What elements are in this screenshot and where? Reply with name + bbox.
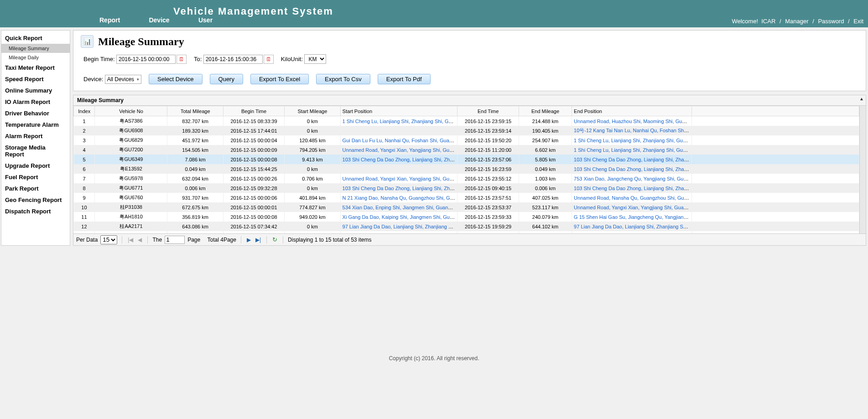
- position-link[interactable]: 10号-12 Kang Tai Nan Lu, Nanhai Qu, Fosha…: [574, 128, 691, 133]
- per-data-label: Per Data: [76, 237, 98, 243]
- column-header[interactable]: End Position: [572, 106, 692, 116]
- table-row[interactable]: 7粤GU5978632.094 km2016-12-15 00:00:260.7…: [74, 174, 859, 183]
- sidebar-item[interactable]: Driver Behavior: [1, 108, 70, 119]
- refresh-icon[interactable]: ↻: [271, 236, 278, 243]
- begin-time-input[interactable]: [116, 55, 176, 64]
- column-header[interactable]: Start Position: [340, 106, 457, 116]
- the-label: The: [152, 237, 162, 243]
- column-header[interactable]: End Mileage: [519, 106, 572, 116]
- position-link[interactable]: 103 Shi Cheng Da Dao Zhong, Lianjiang Sh…: [574, 166, 691, 172]
- pager: Per Data 15 |◀ ◀ The Page Total 4Page ▶ …: [73, 233, 866, 245]
- sidebar-item[interactable]: Geo Fencing Report: [1, 194, 70, 206]
- column-header[interactable]: Index: [74, 106, 95, 116]
- position-link[interactable]: 97 Lian Jiang Da Dao, Lianjiang Shi, Zha…: [343, 224, 457, 229]
- grid-title: Mileage Summary ▲: [73, 95, 866, 106]
- report-icon: 📊: [81, 35, 94, 48]
- table-row[interactable]: 1粤AS7386832.707 km2016-12-15 08:33:390 k…: [74, 116, 859, 126]
- position-link[interactable]: 1 Shi Cheng Lu, Lianjiang Shi, Zhanjiang…: [343, 119, 457, 124]
- position-link[interactable]: Unnamed Road, Yangxi Xian, Yangjiang Shi…: [574, 205, 691, 210]
- position-link[interactable]: 97 Lian Jiang Da Dao, Lianjiang Shi, Zha…: [574, 224, 691, 229]
- last-page-icon[interactable]: ▶|: [255, 237, 262, 243]
- filter-panel: 📊 Mileage Summary Begin Time: 🗓 To: 🗓 Ki…: [73, 30, 866, 91]
- position-link[interactable]: 753 Xian Dao, Jiangcheng Qu, Yangjiang S…: [574, 176, 691, 181]
- calendar-icon[interactable]: 🗓: [177, 55, 187, 64]
- first-page-icon[interactable]: |◀: [127, 237, 134, 243]
- next-page-icon[interactable]: ▶: [246, 237, 252, 243]
- position-link[interactable]: 103 Shi Cheng Da Dao Zhong, Lianjiang Sh…: [574, 186, 691, 191]
- position-link[interactable]: Unnamed Road, Yangxi Xian, Yangjiang Shi…: [343, 176, 457, 181]
- table-row[interactable]: 2粤GU6908189.320 km2016-12-15 17:44:010 k…: [74, 126, 859, 135]
- manager-link[interactable]: Manager: [785, 18, 808, 25]
- scrollbar[interactable]: [859, 106, 866, 233]
- to-time-input[interactable]: [203, 55, 263, 64]
- main-area: 📊 Mileage Summary Begin Time: 🗓 To: 🗓 Ki…: [73, 30, 866, 246]
- page-title: Mileage Summary: [98, 36, 184, 48]
- table-row[interactable]: 12桂AA2171643.086 km2016-12-15 07:34:420 …: [74, 222, 859, 231]
- app-title: Vehicle Management System: [173, 5, 333, 17]
- sidebar-subitem[interactable]: Mileage Daily: [1, 53, 70, 62]
- exit-link[interactable]: Exit: [853, 18, 863, 25]
- column-header[interactable]: Vehicle No: [95, 106, 167, 116]
- export-csv-button[interactable]: Export To Csv: [316, 74, 370, 84]
- export-pdf-button[interactable]: Export To Pdf: [378, 74, 431, 84]
- position-link[interactable]: Xi Gang Da Dao, Kaiping Shi, Jiangmen Sh…: [343, 214, 457, 220]
- position-link[interactable]: G 15 Shen Hai Gao Su, Jiangcheng Qu, Yan…: [574, 214, 691, 220]
- table-row[interactable]: 6粤E135920.049 km2016-12-15 15:44:250 km2…: [74, 164, 859, 174]
- password-link[interactable]: Password: [818, 18, 844, 25]
- calendar-icon[interactable]: 🗓: [264, 55, 274, 64]
- prev-page-icon[interactable]: ◀: [137, 237, 143, 243]
- position-link[interactable]: 1 Shi Cheng Lu, Lianjiang Shi, Zhanjiang…: [574, 147, 691, 153]
- position-link[interactable]: 103 Shi Cheng Da Dao Zhong, Lianjiang Sh…: [343, 186, 457, 191]
- column-header[interactable]: Start Mileage: [285, 106, 340, 116]
- column-header[interactable]: Begin Time: [223, 106, 285, 116]
- begin-time-label: Begin Time:: [83, 56, 115, 62]
- sidebar-item[interactable]: Speed Report: [1, 73, 70, 85]
- export-excel-button[interactable]: Export To Excel: [250, 74, 309, 84]
- user-link[interactable]: ICAR: [761, 18, 775, 25]
- nav-device[interactable]: Device: [149, 16, 169, 24]
- sidebar-item[interactable]: IO Alarm Report: [1, 96, 70, 108]
- position-link[interactable]: 47号 87 Lian Jiang Da Dao, Lianjiang Shi,…: [574, 233, 691, 233]
- position-link[interactable]: 103 Shi Cheng Da Dao Zhong, Lianjiang Sh…: [343, 157, 457, 162]
- sidebar-subitem[interactable]: Mileage Summary: [1, 44, 70, 53]
- table-row[interactable]: 4粤GU7200154.505 km2016-12-15 00:00:09794…: [74, 145, 859, 155]
- nav-user[interactable]: User: [198, 16, 213, 24]
- select-device-button[interactable]: Select Device: [149, 74, 202, 84]
- sidebar-item[interactable]: Temperature Alarm: [1, 119, 70, 130]
- position-link[interactable]: Unnamed Road, Yangxi Xian, Yangjiang Shi…: [343, 147, 457, 153]
- table-row[interactable]: 3粤GU6829451.972 km2016-12-15 00:00:04120…: [74, 135, 859, 145]
- sidebar-item[interactable]: Storage Media Report: [1, 142, 70, 160]
- column-header[interactable]: End Time: [457, 106, 519, 116]
- unit-select[interactable]: KM: [304, 54, 326, 64]
- position-link[interactable]: Unnamed Road, Huazhou Shi, Maoming Shi, …: [574, 119, 691, 124]
- sidebar-item[interactable]: Taxi Meter Report: [1, 62, 70, 73]
- unit-label: KiloUnit:: [281, 56, 303, 62]
- sidebar-item[interactable]: Quick Report: [1, 32, 70, 44]
- collapse-arrow-icon[interactable]: ▲: [859, 96, 864, 101]
- column-header[interactable]: Total Mileage: [167, 106, 223, 116]
- sidebar-item[interactable]: Upgrade Report: [1, 160, 70, 171]
- query-button[interactable]: Query: [210, 74, 243, 84]
- table-row[interactable]: 9粤GU6760931.707 km2016-12-15 00:00:06401…: [74, 193, 859, 202]
- position-link[interactable]: Unnamed Road, Nansha Qu, Guangzhou Shi, …: [574, 195, 691, 201]
- position-link[interactable]: Gui Dan Lu Fu Lu, Nanhai Qu, Foshan Shi,…: [343, 138, 457, 143]
- device-select[interactable]: All Devices ▾: [105, 75, 141, 84]
- to-label: To:: [194, 56, 202, 62]
- sidebar-item[interactable]: Fuel Report: [1, 171, 70, 183]
- table-row[interactable]: 8粤GU67710.006 km2016-12-15 09:32:280 km1…: [74, 183, 859, 193]
- sidebar-item[interactable]: Alarm Report: [1, 130, 70, 142]
- table-row[interactable]: 11粤AH1810356.819 km2016-12-15 00:00:0894…: [74, 212, 859, 222]
- page-input[interactable]: [165, 236, 185, 244]
- table-row[interactable]: 10桂P31038672.675 km2016-12-15 00:00:0177…: [74, 202, 859, 212]
- nav-report[interactable]: Report: [99, 16, 120, 24]
- table-row[interactable]: 5粤GU63497.086 km2016-12-15 00:00:089.413…: [74, 155, 859, 164]
- position-link[interactable]: N 21 Xiang Dao, Nansha Qu, Guangzhou Shi…: [343, 195, 457, 201]
- per-page-select[interactable]: 15: [100, 235, 117, 244]
- sidebar-item[interactable]: Park Report: [1, 183, 70, 194]
- table-row[interactable]: 13粤GU4943603.720 km2016-12-15 07:02:170 …: [74, 231, 859, 233]
- sidebar-item[interactable]: Dispatch Report: [1, 206, 70, 217]
- position-link[interactable]: 534 Xian Dao, Enping Shi, Jiangmen Shi, …: [343, 205, 457, 210]
- sidebar-item[interactable]: Online Summary: [1, 85, 70, 96]
- position-link[interactable]: 103 Shi Cheng Da Dao Zhong, Lianjiang Sh…: [574, 157, 691, 162]
- position-link[interactable]: 1 Shi Cheng Lu, Lianjiang Shi, Zhanjiang…: [574, 138, 691, 143]
